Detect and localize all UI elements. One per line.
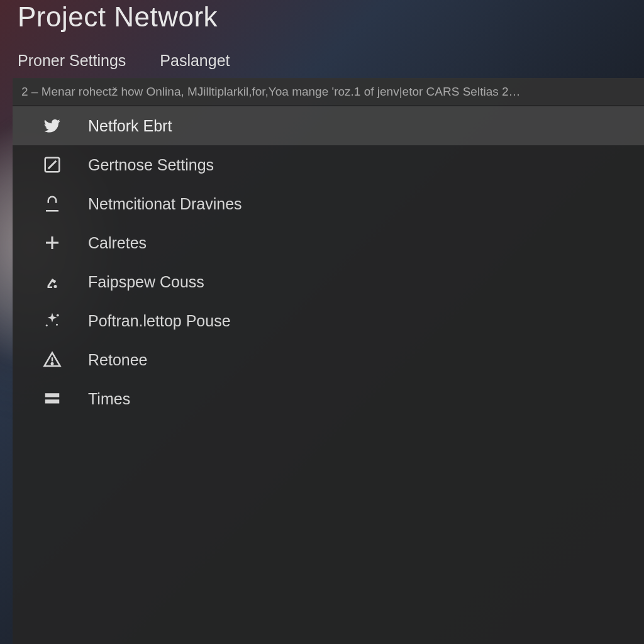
menu-item-label: Poftran.lettop Pouse [88,312,644,330]
page-title: Project Network [18,1,218,33]
plus-icon [42,232,63,253]
menu-item-netmcitionat-dravines[interactable]: Netmcitionat Dravines [13,184,644,223]
svg-point-6 [46,325,48,326]
menu-item-calretes[interactable]: Calretes [13,223,644,262]
svg-point-9 [52,363,53,365]
sparkle-icon [42,310,63,331]
menu-item-label: Gertnose Settings [88,156,644,174]
lock-icon [42,193,63,214]
robot-arm-icon [42,271,63,292]
menu-item-label: Retonee [88,351,644,369]
info-bar: 2 – Menar rohectž how Onlina, MJilltipla… [13,79,644,105]
svg-point-7 [56,324,58,326]
tab-proner-settings[interactable]: Proner Settings [18,49,126,72]
svg-rect-11 [45,399,60,403]
bird-icon [42,115,63,136]
menu-item-gertnose-settings[interactable]: Gertnose Settings [13,145,644,184]
menu-item-retonee[interactable]: Retonee [13,340,644,379]
pencil-icon [42,154,63,175]
menu-item-times[interactable]: Times [13,379,644,418]
menu-item-label: Times [88,390,644,408]
menu-item-label: Netmcitionat Dravines [88,195,644,213]
menu-item-netfork-ebrt[interactable]: Netfork Ebrt [13,106,644,145]
menu-item-label: Faipspew Couss [88,273,644,291]
warning-icon [42,349,63,370]
tab-paslanget[interactable]: Paslanget [160,49,230,72]
svg-point-5 [57,314,59,316]
menu-item-poftran-lettop-pouse[interactable]: Poftran.lettop Pouse [13,301,644,340]
menu-item-label: Calretes [88,234,644,252]
settings-panel: 2 – Menar rohectž how Onlina, MJilltipla… [13,78,644,644]
svg-point-4 [54,285,57,288]
tab-bar: Proner Settings Paslanget [18,49,230,72]
rows-icon [42,388,63,409]
menu-list: Netfork Ebrt Gertnose Settings Netmcitio… [13,105,644,418]
menu-item-label: Netfork Ebrt [88,117,644,135]
svg-rect-10 [45,393,60,397]
menu-item-faipspew-couss[interactable]: Faipspew Couss [13,262,644,301]
